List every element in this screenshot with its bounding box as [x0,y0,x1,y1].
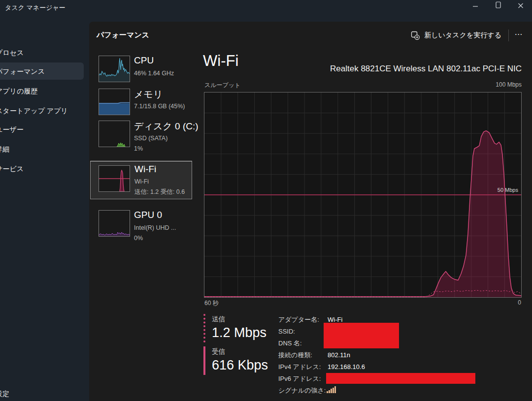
card-memory-title: メモリ [134,88,163,101]
time-axis-left: 60 秒 [204,299,219,308]
sidebar-item-processes[interactable]: プロセス [0,49,24,58]
card-cpu-title: CPU [134,55,154,66]
sidebar-item-services[interactable]: サービス [0,165,24,174]
detail-label-ipv6: IPv6 アドレス: [278,374,321,383]
section-title: Wi-Fi [203,52,238,70]
detail-label-connection-type: 接続の種類: [278,351,312,360]
card-wifi[interactable]: Wi-Fi Wi-Fi 送信: 1.2 受信: 0.6 [90,161,192,199]
signal-bars-icon [327,386,336,393]
window-controls [464,0,532,9]
scale-top-label: 100 Mbps [496,81,522,88]
card-gpu[interactable]: GPU 0 Intel(R) UHD ... 0% [96,209,193,240]
redaction-box-ipv6 [326,373,475,384]
run-new-task-button[interactable]: 新しいタスクを実行する [409,28,503,43]
card-memory-stats: 7.1/15.8 GB (45%) [134,103,185,110]
close-button[interactable] [509,0,532,9]
time-axis-right: 0 [518,299,521,306]
cpu-mini-chart [99,56,130,82]
page-title: パフォーマンス [97,31,149,40]
detail-label-ssid: SSID: [278,327,295,336]
detail-label-dns: DNS 名: [278,339,302,348]
card-wifi-title: Wi-Fi [134,164,156,175]
card-wifi-stats: 送信: 1.2 受信: 0.6 [134,188,190,196]
card-memory[interactable]: メモリ 7.1/15.8 GB (45%) [96,87,193,119]
run-new-task-label: 新しいタスクを実行する [424,31,501,40]
sidebar-item-startup-apps[interactable]: スタートアップ アプリ [0,107,68,116]
window-title: タスク マネージャー [5,3,66,12]
card-disk-type: SSD (SATA) [134,135,167,142]
wifi-mini-chart [99,165,130,192]
sidebar-item-performance[interactable]: パフォーマンス [0,67,45,76]
adapter-name: Realtek 8821CE Wireless LAN 802.11ac PCI… [330,64,522,74]
sidebar-item-details[interactable]: 詳細 [0,145,9,154]
memory-mini-chart [99,89,130,115]
receive-area [204,131,521,297]
more-options-button[interactable]: ⋯ [510,27,527,41]
card-gpu-title: GPU 0 [134,210,162,220]
gpu-mini-chart [99,210,130,237]
run-new-task-icon [411,31,420,40]
card-gpu-stats: 0% [134,235,143,242]
maximize-icon [496,2,500,8]
sidebar-item-app-history[interactable]: アプリの履歴 [0,87,37,96]
header-divider [508,30,509,41]
disk-mini-chart [99,121,130,147]
card-gpu-subtitle: Intel(R) UHD ... [134,224,176,231]
detail-value-connection-type: 802.11n [328,351,350,360]
redaction-box-ssid-dns [324,323,399,348]
sidebar-item-users[interactable]: ユーザー [0,125,24,134]
scale-mid-label: 50 Mbps [498,187,519,193]
card-wifi-subtitle: Wi-Fi [134,178,149,185]
detail-label-signal-strength: シグナルの強さ: [278,386,326,395]
detail-label-ipv4: IPv4 アドレス: [278,363,321,371]
performance-panel: パフォーマンス 新しいタスクを実行する ⋯ CPU 46% 1.64 GHz [89,22,532,401]
card-disk-stats: 1% [134,145,143,152]
throughput-chart: 50 Mbps [204,92,522,298]
task-manager-window: タスク マネージャー プロセス パフォーマンス アプリの履歴 スタートアップ ア… [0,0,532,401]
throughput-label: スループット [204,81,240,90]
detail-value-ipv4: 192.168.10.6 [328,363,365,371]
ellipsis-icon: ⋯ [515,30,523,38]
minimize-button[interactable] [464,0,487,9]
sidebar-item-settings[interactable]: 設定 [0,390,9,399]
maximize-button[interactable] [487,0,509,9]
card-disk-title: ディスク 0 (C:) [134,120,199,133]
close-icon [519,3,523,8]
detail-label-adapter: アダプター名: [278,315,319,324]
card-cpu-stats: 46% 1.64 GHz [134,70,174,77]
card-cpu[interactable]: CPU 46% 1.64 GHz [96,54,193,86]
card-disk[interactable]: ディスク 0 (C:) SSD (SATA) 1% [96,119,193,151]
